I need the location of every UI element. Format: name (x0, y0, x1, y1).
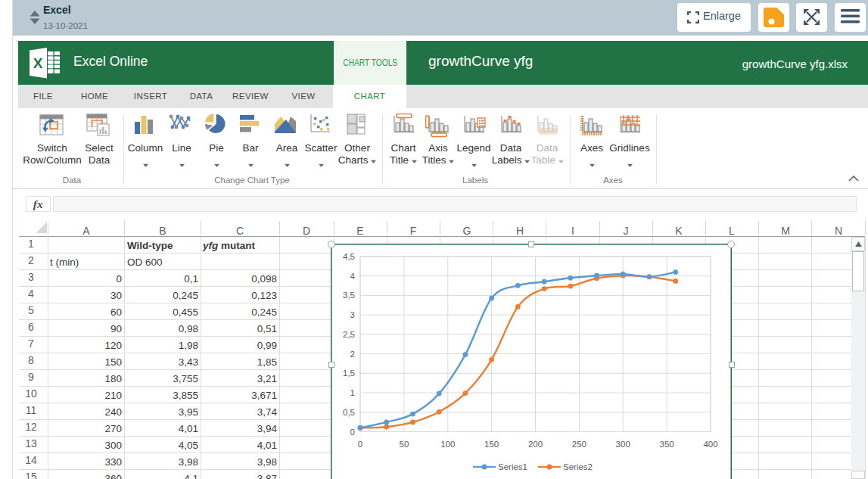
svg-text:400: 400 (703, 440, 717, 449)
svg-text:4,5: 4,5 (343, 252, 355, 261)
svg-text:0: 0 (358, 440, 362, 449)
svg-text:1: 1 (350, 388, 355, 397)
svg-text:300: 300 (616, 440, 630, 449)
svg-text:3,5: 3,5 (343, 291, 355, 300)
svg-text:0,5: 0,5 (343, 408, 355, 417)
svg-text:50: 50 (400, 440, 409, 449)
svg-text:200: 200 (528, 440, 543, 449)
svg-text:Series2: Series2 (563, 462, 593, 471)
svg-text:2,5: 2,5 (343, 330, 355, 339)
svg-text:3: 3 (350, 310, 355, 319)
svg-text:2: 2 (350, 350, 355, 359)
svg-text:150: 150 (484, 440, 499, 449)
svg-text:4: 4 (350, 272, 356, 281)
svg-text:350: 350 (660, 440, 674, 449)
svg-text:1,5: 1,5 (343, 369, 355, 378)
svg-text:250: 250 (572, 440, 586, 449)
svg-text:0: 0 (350, 428, 355, 437)
svg-text:Series1: Series1 (498, 462, 527, 471)
svg-text:100: 100 (440, 440, 455, 449)
